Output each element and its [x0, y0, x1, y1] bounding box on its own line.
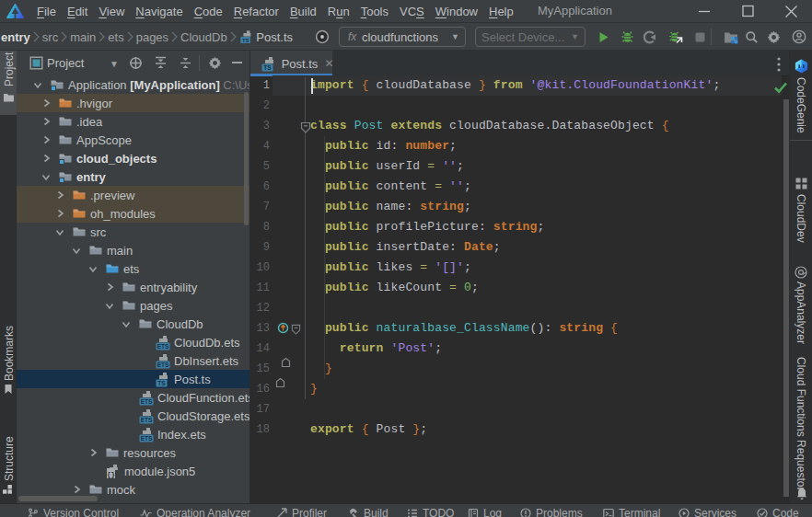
svg-text:{}: {} — [107, 470, 115, 477]
svg-text:ETS: ETS — [157, 343, 169, 350]
svg-text:TS: TS — [242, 38, 249, 43]
svg-text:ETS: ETS — [157, 362, 169, 368]
svg-text:ETS: ETS — [141, 435, 153, 442]
svg-text:ETS: ETS — [141, 417, 153, 423]
svg-text:TS: TS — [157, 380, 166, 386]
svg-text:ETS: ETS — [141, 398, 153, 405]
